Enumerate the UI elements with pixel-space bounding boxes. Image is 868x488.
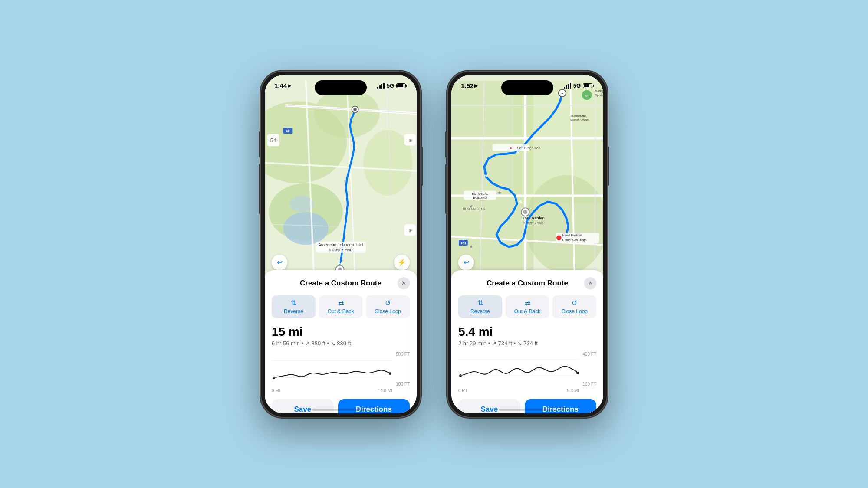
- chart-x-labels-2: 0 MI 5.3 MI: [458, 388, 596, 393]
- svg-text:START • END: START • END: [523, 221, 544, 225]
- phone-screen-1: 1:44 ▶ 5G: [265, 75, 417, 413]
- svg-point-2: [314, 88, 380, 138]
- reverse-button-2[interactable]: ⇅ Reverse: [458, 295, 502, 318]
- svg-text:Zoro Garden: Zoro Garden: [523, 216, 545, 220]
- back-button-map-1[interactable]: ↩: [272, 255, 287, 270]
- x-start-1: 0 MI: [272, 388, 280, 393]
- svg-point-36: [523, 210, 527, 213]
- directions-button-1[interactable]: Directions: [338, 399, 410, 413]
- battery-2: [583, 83, 594, 88]
- route-options-1: ⇅ Reverse ⇄ Out & Back ↺ Close Loop: [272, 295, 410, 318]
- svg-text:BOTANICAL: BOTANICAL: [472, 192, 488, 195]
- svg-text:★: ★: [497, 190, 502, 195]
- directions-button-2[interactable]: Directions: [525, 399, 596, 413]
- action-buttons-2: Save Directions: [458, 399, 596, 413]
- reverse-button-1[interactable]: ⇅ Reverse: [272, 295, 316, 318]
- elev-labels-right-2: 400 FT 100 FT: [582, 352, 596, 386]
- svg-text:MUSEUM OF US: MUSEUM OF US: [463, 207, 485, 210]
- out-back-button-2[interactable]: ⇄ Out & Back: [506, 295, 549, 318]
- reverse-label-2: Reverse: [470, 308, 490, 314]
- panel-title-1: Create a Custom Route: [284, 279, 398, 288]
- save-button-1[interactable]: Save: [272, 399, 334, 413]
- map-area-2: ● ● San Diego Zoo Zoro Garden START • EN…: [451, 75, 603, 283]
- x-end-2: 5.3 MI: [567, 388, 579, 393]
- svg-text:163: 163: [460, 241, 466, 245]
- svg-point-62: [576, 371, 579, 374]
- distance-2: 5.4 mi: [458, 325, 596, 339]
- out-back-label-1: Out & Back: [328, 308, 354, 314]
- panel-header-1: Create a Custom Route ✕: [272, 277, 410, 289]
- chart-x-labels-1: 0 MI 14.8 MI: [272, 388, 410, 393]
- elev-top-1: 500 FT: [396, 352, 410, 357]
- close-loop-label-2: Close Loop: [561, 308, 588, 314]
- elev-top-2: 400 FT: [582, 352, 596, 357]
- elevation-chart-1: 500 FT 100 FT: [272, 352, 410, 386]
- back-button-map-2[interactable]: ↩: [458, 255, 474, 270]
- close-loop-icon-1: ↺: [385, 299, 391, 307]
- location-icon-1: ▶: [288, 83, 291, 88]
- home-indicator-1: [312, 409, 369, 411]
- svg-text:⊕: ⊕: [408, 138, 412, 142]
- out-back-label-2: Out & Back: [514, 308, 541, 314]
- svg-point-5: [283, 212, 329, 245]
- reverse-icon-1: ⇅: [291, 299, 296, 307]
- status-icons-1: 5G: [377, 82, 407, 89]
- location-icon-2: ▶: [474, 83, 478, 88]
- svg-text:International: International: [570, 114, 586, 117]
- svg-text:Naval Medical: Naval Medical: [562, 234, 582, 237]
- out-back-icon-1: ⇄: [338, 299, 344, 307]
- map-area-1: 54 ⊕ ⊕ 40 American Tobacco Trail START •…: [265, 75, 417, 283]
- close-loop-icon-2: ↺: [572, 299, 577, 307]
- map-svg-1: 54 ⊕ ⊕ 40 American Tobacco Trail START •…: [265, 75, 417, 283]
- elev-bot-1: 100 FT: [396, 382, 410, 386]
- route-options-2: ⇅ Reverse ⇄ Out & Back ↺ Close Loop: [458, 295, 596, 318]
- save-button-2[interactable]: Save: [458, 399, 520, 413]
- svg-text:★: ★: [469, 243, 473, 249]
- elev-bot-2: 100 FT: [582, 382, 596, 386]
- svg-text:40: 40: [286, 129, 290, 133]
- dynamic-island-2: [501, 80, 553, 95]
- bottom-panel-2: Create a Custom Route ✕ ⇅ Reverse ⇄ Out …: [451, 270, 603, 413]
- svg-text:M: M: [585, 94, 588, 98]
- action-buttons-1: Save Directions: [272, 399, 410, 413]
- out-back-icon-2: ⇄: [525, 299, 530, 307]
- route-details-1: 6 hr 56 min • ↗ 880 ft • ↘ 880 ft: [272, 340, 410, 347]
- svg-text:⊕: ⊕: [408, 228, 412, 233]
- svg-text:●: ●: [510, 145, 512, 150]
- map-svg-2: ● ● San Diego Zoo Zoro Garden START • EN…: [451, 75, 603, 283]
- elev-labels-right-1: 500 FT 100 FT: [396, 352, 410, 386]
- elevation-chart-2: 400 FT 100 FT: [458, 352, 596, 386]
- svg-text:San Diego Zoo: San Diego Zoo: [517, 146, 540, 150]
- close-button-2[interactable]: ✕: [584, 277, 596, 289]
- route-edit-btn-1[interactable]: ⚡: [394, 255, 410, 270]
- out-back-button-1[interactable]: ⇄ Out & Back: [319, 295, 363, 318]
- reverse-icon-2: ⇅: [477, 299, 483, 307]
- close-loop-button-1[interactable]: ↺ Close Loop: [366, 295, 410, 318]
- panel-header-2: Create a Custom Route ✕: [458, 277, 596, 289]
- reverse-label-1: Reverse: [284, 308, 303, 314]
- dynamic-island-1: [315, 80, 367, 95]
- svg-text:Center San Diego: Center San Diego: [562, 238, 586, 242]
- battery-1: [396, 83, 407, 88]
- svg-text:★: ★: [469, 203, 473, 209]
- svg-text:BUILDING: BUILDING: [473, 196, 487, 199]
- status-icons-2: 5G: [564, 82, 594, 89]
- distance-1: 15 mi: [272, 325, 410, 339]
- svg-text:Middle School: Middle School: [570, 118, 589, 121]
- home-indicator-2: [499, 409, 556, 411]
- svg-point-43: [556, 235, 561, 240]
- network-2: 5G: [573, 82, 581, 89]
- time-2: 1:52: [461, 82, 473, 89]
- svg-point-23: [389, 372, 391, 374]
- chart-area-1: [272, 352, 392, 386]
- svg-point-8: [353, 108, 357, 111]
- x-start-2: 0 MI: [458, 388, 467, 393]
- signal-1: [377, 83, 385, 89]
- route-details-2: 2 hr 29 min • ↗ 734 ft • ↘ 734 ft: [458, 340, 596, 347]
- svg-text:54: 54: [270, 137, 276, 143]
- close-loop-button-2[interactable]: ↺ Close Loop: [552, 295, 596, 318]
- network-1: 5G: [387, 82, 394, 89]
- phone-1: 1:44 ▶ 5G: [260, 71, 421, 418]
- phone-2: 1:52 ▶ 5G: [447, 71, 608, 418]
- close-button-1[interactable]: ✕: [398, 277, 410, 289]
